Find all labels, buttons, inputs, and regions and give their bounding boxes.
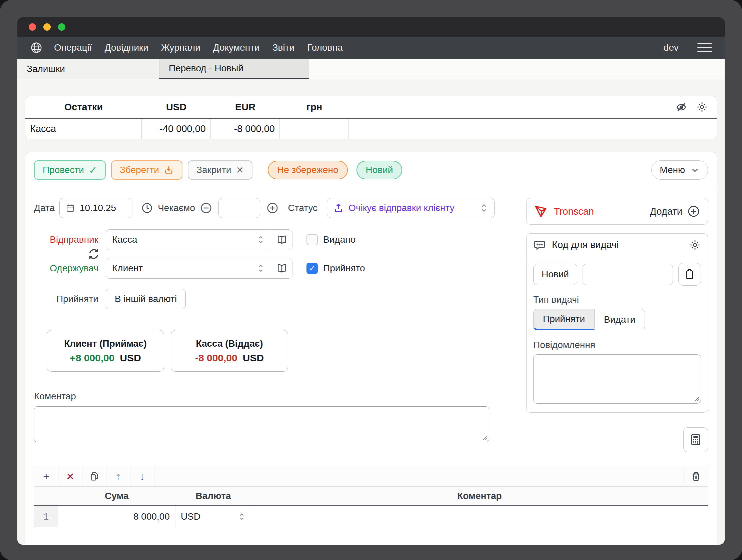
tron-add-button[interactable]: Додати (650, 205, 700, 218)
menu-item-documents[interactable]: Документи (213, 42, 260, 53)
status-select[interactable]: Очікує відправки клієнту (327, 198, 494, 218)
parties-rows: Відправник Касса (34, 229, 494, 279)
close-icon: ✕ (66, 471, 74, 482)
menu-item-journals[interactable]: Журнали (161, 42, 200, 53)
issued-label: Видано (323, 234, 356, 245)
trash-icon (690, 471, 702, 482)
titlebar (17, 17, 725, 37)
document-form: Дата 10.10.25 Чекаємо (25, 188, 717, 452)
book-icon (276, 263, 287, 274)
receiver-select[interactable]: Клиент (106, 258, 271, 278)
row-comment-cell[interactable] (251, 506, 708, 527)
close-window-button[interactable] (29, 23, 36, 31)
sender-select[interactable]: Касса (106, 230, 271, 250)
wait-input[interactable] (218, 198, 260, 218)
move-row-up-button[interactable]: ↑ (106, 466, 130, 486)
resize-grip-icon[interactable] (693, 395, 699, 402)
issue-type-give[interactable]: Видати (595, 309, 645, 330)
date-input[interactable]: 10.10.25 (59, 198, 132, 218)
receive-currency: USD (120, 352, 141, 364)
comment-textarea[interactable] (34, 407, 489, 442)
move-row-down-button[interactable]: ↓ (130, 466, 154, 486)
window-frame: Операції Довідники Журнали Документи Зві… (0, 0, 742, 560)
balances-title: Остатки (25, 102, 142, 113)
clear-table-button[interactable] (684, 466, 708, 486)
date-value: 10.10.25 (80, 203, 116, 213)
issue-code-header: Код для видачі (527, 234, 708, 256)
clock-icon[interactable] (141, 202, 153, 214)
updown-chevrons-icon (257, 235, 265, 244)
message-textarea[interactable] (534, 355, 701, 403)
menu-item-operations[interactable]: Операції (54, 42, 92, 53)
calculator-icon (689, 433, 702, 446)
hamburger-icon[interactable] (697, 43, 712, 52)
copy-code-button[interactable] (678, 263, 701, 286)
balances-header: Остатки USD EUR грн (25, 96, 717, 118)
receiver-directory-button[interactable] (271, 258, 292, 278)
minus-circle-icon[interactable] (200, 202, 212, 214)
give-amount: -8 000,00 (195, 352, 237, 364)
date-status-row: Дата 10.10.25 Чекаємо (34, 198, 494, 218)
give-amount-card: Касса (Віддає) -8 000,00 USD (171, 330, 288, 372)
resize-grip-icon[interactable] (481, 434, 487, 441)
accept-row: Прийняти В іншій валюті (34, 289, 494, 309)
check-icon: ✓ (89, 164, 97, 176)
copy-icon (89, 471, 100, 482)
tab-transfer-new[interactable]: Перевод - Новый (159, 59, 309, 79)
post-button[interactable]: Провести✓ (34, 160, 106, 180)
add-row-button[interactable]: + (34, 466, 58, 486)
comment-label: Коментар (34, 391, 494, 402)
balance-eur-value: -8 000,00 (211, 119, 280, 139)
items-data-row[interactable]: 1 8 000,00 USD (34, 506, 708, 527)
wait-label: Чекаємо (158, 203, 195, 213)
gear-icon[interactable] (696, 101, 708, 113)
receive-amount-card: Клиент (Приймає) +8 000,00 USD (47, 330, 164, 372)
sender-select-group: Касса (106, 229, 293, 250)
copy-row-button[interactable] (83, 466, 106, 486)
sender-directory-button[interactable] (271, 230, 292, 250)
zoom-window-button[interactable] (58, 23, 65, 31)
delete-row-button[interactable]: ✕ (58, 466, 83, 486)
balances-row[interactable]: Касса -40 000,00 -8 000,00 (25, 118, 717, 139)
calculator-button[interactable] (683, 427, 708, 452)
plus-circle-icon[interactable] (266, 202, 279, 214)
items-table: + ✕ ↑ ↓ (34, 466, 708, 527)
code-input[interactable] (583, 264, 673, 285)
other-currency-button[interactable]: В іншій валюті (106, 289, 186, 309)
sender-label: Відправник (34, 234, 106, 245)
issue-type-accept[interactable]: Прийняти (533, 309, 595, 330)
globe-icon[interactable] (30, 41, 43, 54)
menu-item-home[interactable]: Головна (307, 42, 342, 53)
receive-card-title: Клиент (Приймає) (64, 338, 147, 349)
accepted-checkbox-cell: ✓ Прийнято (307, 263, 494, 274)
menu-button[interactable]: Меню (651, 160, 708, 180)
save-button[interactable]: Зберегти (111, 160, 182, 180)
eye-off-icon[interactable] (675, 101, 687, 113)
menu-item-reports[interactable]: Звіти (272, 42, 295, 53)
issued-checkbox-cell: Видано (307, 234, 494, 245)
give-card-title: Касса (Віддає) (196, 338, 263, 349)
accepted-checkbox[interactable]: ✓ (307, 263, 318, 274)
minimize-window-button[interactable] (43, 23, 51, 31)
swap-icon[interactable] (87, 247, 101, 261)
receive-amount: +8 000,00 (70, 352, 114, 364)
new-code-button[interactable]: Новий (533, 264, 577, 285)
row-sum-cell[interactable]: 8 000,00 (58, 506, 175, 527)
tab-balances[interactable]: Залишки (17, 59, 159, 79)
unsaved-status-badge: Не збережено (268, 161, 348, 179)
tronscan-link[interactable]: Tronscan (554, 206, 594, 217)
chevron-down-icon (690, 165, 700, 175)
tronscan-bar: Tronscan Додати (526, 198, 708, 225)
upload-icon (333, 203, 344, 213)
form-left-column: Дата 10.10.25 Чекаємо (34, 198, 526, 452)
status-value: Очікує відправки клієнту (349, 203, 475, 213)
row-currency-select[interactable]: USD (175, 506, 251, 527)
gear-icon[interactable] (689, 239, 701, 251)
menu-item-directories[interactable]: Довідники (105, 42, 148, 53)
close-button[interactable]: Закрити✕ (188, 160, 253, 180)
issued-checkbox[interactable] (307, 234, 318, 245)
balance-account-name: Касса (25, 119, 142, 139)
receiver-label: Одержувач (34, 263, 106, 274)
document-actions: Провести✓ Зберегти Закрити✕ Не збережено… (25, 152, 717, 188)
book-icon (276, 234, 287, 245)
